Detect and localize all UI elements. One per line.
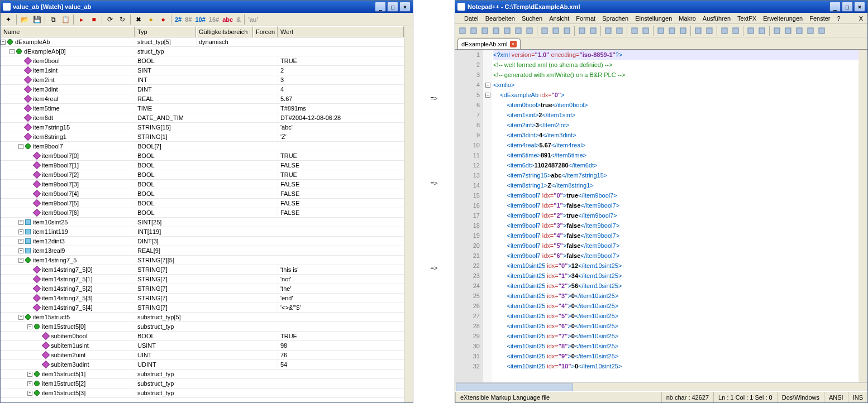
- menu-item[interactable]: Einstellungen: [632, 14, 675, 23]
- dot-yellow-icon[interactable]: ●: [145, 14, 156, 25]
- row-value[interactable]: TRUE: [278, 57, 404, 64]
- saverec-icon[interactable]: [817, 26, 827, 36]
- row-value[interactable]: 'Z': [278, 133, 404, 140]
- copy-icon[interactable]: ⧉: [47, 14, 59, 25]
- col-name[interactable]: Name: [1, 26, 135, 37]
- expand-icon[interactable]: +: [18, 229, 23, 234]
- menu-item[interactable]: Ausführen: [699, 14, 734, 23]
- close-button[interactable]: ×: [854, 2, 865, 12]
- dot-red-icon[interactable]: ●: [158, 14, 169, 25]
- table-row[interactable]: item3dintDINT4: [1, 85, 404, 94]
- unfold-icon[interactable]: [731, 26, 741, 36]
- table-row[interactable]: item4realREAL5.67: [1, 94, 404, 104]
- table-row[interactable]: item9bool7[3]BOOLFALSE: [1, 180, 404, 189]
- row-value[interactable]: 54: [278, 361, 404, 368]
- close-icon[interactable]: [502, 26, 512, 36]
- row-value[interactable]: 'not': [278, 276, 404, 282]
- expand-icon[interactable]: −: [18, 258, 23, 263]
- fmt-hex[interactable]: 16#: [208, 16, 220, 23]
- row-value[interactable]: 'the': [278, 285, 404, 292]
- editor-vscroll[interactable]: [859, 50, 867, 382]
- table-row[interactable]: −item9bool7BOOL[7]: [1, 142, 404, 151]
- minimize-button[interactable]: _: [829, 2, 841, 12]
- table-row[interactable]: item14string7_5[1]STRING[7]'not': [1, 275, 404, 284]
- file-tab[interactable]: dExampleAb.xml ×: [457, 39, 521, 49]
- expand-icon[interactable]: −: [1, 40, 6, 45]
- menu-item[interactable]: TextFX: [734, 14, 760, 23]
- row-value[interactable]: DT#2004-12-08-06:28: [278, 114, 404, 121]
- expand-icon[interactable]: +: [27, 381, 32, 386]
- table-row[interactable]: item1sintSINT2: [1, 66, 404, 75]
- table-row[interactable]: item14string7_5[3]STRING[7]'end': [1, 294, 404, 303]
- table-row[interactable]: subitem2uintUINT76: [1, 351, 404, 360]
- row-value[interactable]: 5.67: [278, 95, 404, 102]
- maximize-button[interactable]: □: [842, 2, 853, 12]
- table-row[interactable]: item9bool7[5]BOOLFALSE: [1, 199, 404, 208]
- table-row[interactable]: subitem3udintUDINT54: [1, 360, 404, 370]
- vertical-scrollbar[interactable]: [404, 26, 413, 402]
- fold-icon[interactable]: −: [485, 93, 490, 98]
- table-row[interactable]: item5timeTIMET#891ms: [1, 104, 404, 113]
- paste-icon[interactable]: 📋: [60, 14, 71, 25]
- wrap-icon[interactable]: [656, 26, 666, 36]
- guides-icon[interactable]: [667, 26, 677, 36]
- row-value[interactable]: 'end': [278, 295, 404, 301]
- table-row[interactable]: subitem0boolBOOLTRUE: [1, 332, 404, 341]
- fmt-au[interactable]: 'au': [247, 16, 259, 23]
- table-row[interactable]: item14string7_5[2]STRING[7]'the': [1, 284, 404, 294]
- replace-icon[interactable]: [614, 26, 624, 36]
- menu-item[interactable]: Fenster: [806, 14, 833, 23]
- fmt-abc[interactable]: abc: [221, 16, 234, 23]
- copy-icon[interactable]: [551, 26, 561, 36]
- expand-icon[interactable]: −: [27, 324, 32, 329]
- open-icon[interactable]: 📂: [19, 14, 30, 25]
- chars-icon[interactable]: [678, 26, 688, 36]
- row-value[interactable]: FALSE: [278, 200, 404, 207]
- fold-gutter[interactable]: −−: [483, 50, 492, 382]
- undo-icon[interactable]: [577, 26, 587, 36]
- redo-icon[interactable]: [588, 26, 598, 36]
- row-value[interactable]: TRUE: [278, 171, 404, 178]
- fold-icon[interactable]: [719, 26, 729, 36]
- row-value[interactable]: 'this is': [278, 266, 404, 273]
- step-icon[interactable]: ⟳: [104, 14, 116, 25]
- table-row[interactable]: −dExampleAbstruct_typ[5]dynamisch: [1, 37, 404, 47]
- fmt-oct[interactable]: 8#: [184, 16, 193, 23]
- play-icon[interactable]: [783, 26, 793, 36]
- menu-item[interactable]: Suchen: [518, 14, 546, 23]
- menu-item[interactable]: Datei: [461, 14, 482, 23]
- indent-icon[interactable]: [693, 26, 703, 36]
- cut-icon[interactable]: [540, 26, 550, 36]
- tab-close-icon[interactable]: ×: [510, 41, 517, 47]
- watch-grid[interactable]: Name Typ Gültigkeitsbereich Forcen Wert …: [1, 26, 404, 402]
- table-row[interactable]: item6dtDATE_AND_TIMDT#2004-12-08-06:28: [1, 113, 404, 123]
- row-value[interactable]: 'abc': [278, 124, 404, 131]
- table-row[interactable]: item9bool7[1]BOOLFALSE: [1, 161, 404, 170]
- save-icon[interactable]: 💾: [31, 14, 42, 25]
- row-value[interactable]: FALSE: [278, 162, 404, 169]
- maximize-button[interactable]: □: [387, 2, 398, 12]
- menu-item[interactable]: Makro: [675, 14, 699, 23]
- row-value[interactable]: T#891ms: [278, 105, 404, 112]
- repeat-icon[interactable]: [805, 26, 815, 36]
- table-row[interactable]: item14string7_5[0]STRING[7]'this is': [1, 265, 404, 275]
- menu-item[interactable]: Format: [573, 14, 599, 23]
- fmt-bin[interactable]: 2#: [174, 16, 183, 23]
- row-value[interactable]: 2: [278, 67, 404, 74]
- mdi-close[interactable]: X: [857, 15, 865, 22]
- table-row[interactable]: +item11int119INT[119]: [1, 227, 404, 237]
- row-value[interactable]: '<>&"'$': [278, 304, 404, 311]
- find-icon[interactable]: [603, 26, 613, 36]
- table-row[interactable]: item9bool7[0]BOOLTRUE: [1, 151, 404, 161]
- table-row[interactable]: +item15struct5[3]substruct_typ: [1, 388, 404, 398]
- row-value[interactable]: 4: [278, 86, 404, 93]
- expand-icon[interactable]: +: [18, 239, 23, 244]
- record-icon[interactable]: ▸: [76, 14, 87, 25]
- table-row[interactable]: item14string7_5[4]STRING[7]'<>&"'$': [1, 303, 404, 313]
- col-gueltig[interactable]: Gültigkeitsbereich: [196, 26, 253, 37]
- table-row[interactable]: item0boolBOOLTRUE: [1, 56, 404, 66]
- row-value[interactable]: 76: [278, 352, 404, 358]
- table-row[interactable]: item2intINT3: [1, 75, 404, 85]
- expand-icon[interactable]: −: [18, 144, 23, 149]
- watch-titlebar[interactable]: value_ab [Watch] value_ab _ □ ×: [1, 1, 413, 13]
